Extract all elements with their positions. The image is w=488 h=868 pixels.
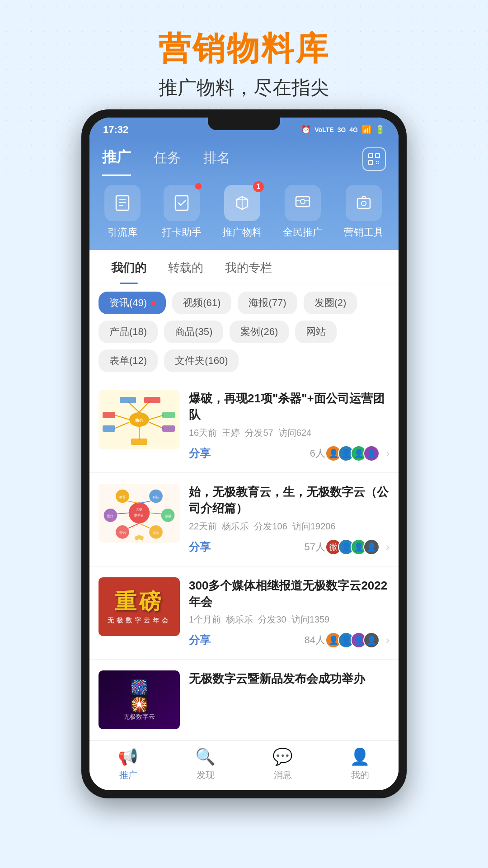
user-avatars-1: 👤 👤 👤 👤 — [329, 445, 380, 462]
thumb-fireworks-content: 🎆 🎇 无极数字云 — [123, 679, 155, 721]
content-info-4: 无极数字云暨新品发布会成功举办 — [189, 670, 389, 729]
filter-product[interactable]: 产品(18) — [99, 321, 158, 343]
svg-text:无极: 无极 — [136, 507, 142, 511]
user-avatars-2: 微 👤 👤 👤 — [329, 539, 380, 555]
icon-tuiguang[interactable]: 1 推广物料 — [222, 185, 262, 239]
profile-nav-icon: 👤 — [350, 747, 370, 766]
svg-text:数字云: 数字云 — [135, 513, 144, 517]
content-title-1: 爆破，再现21项"杀器"+面公司运营团队 — [189, 390, 389, 423]
filter-website[interactable]: 网站 — [295, 321, 337, 343]
share-users-3: 84人 👤 👤 👤 👤 › — [305, 632, 389, 648]
top-navigation: 推广 任务 排名 — [89, 139, 399, 176]
svg-rect-18 — [357, 198, 370, 208]
promo-subtitle: 推广物料，尽在指尖 — [0, 75, 488, 100]
icon-quanmin[interactable]: 全民推广 — [283, 185, 323, 239]
bottom-nav-message[interactable]: 💬 消息 — [272, 747, 293, 781]
svg-rect-14 — [296, 197, 310, 207]
share-btn-2[interactable]: 分享 — [189, 540, 211, 554]
nav-tab-ranking[interactable]: 排名 — [203, 149, 230, 175]
icon-daka[interactable]: 打卡助手 — [162, 185, 202, 239]
battery-icon: 🔋 — [375, 125, 385, 135]
chevron-icon-3: › — [386, 634, 389, 646]
scan-icon-button[interactable] — [362, 147, 386, 171]
icon-daka-label: 打卡助手 — [162, 226, 202, 239]
svg-rect-30 — [162, 425, 175, 432]
alarm-icon: ⏰ — [301, 125, 311, 135]
thumb-red-text: 重磅 无极数字云年会 — [108, 589, 171, 624]
discover-nav-icon: 🔍 — [195, 747, 216, 766]
nav-tab-tasks[interactable]: 任务 — [154, 149, 181, 175]
svg-rect-4 — [378, 161, 379, 162]
icon-quanmin-label: 全民推广 — [283, 226, 323, 239]
status-icons: ⏰ VoLTE 3G 4G 📶 🔋 — [301, 125, 385, 135]
content-item-1[interactable]: 核心 — [89, 379, 399, 473]
share-users-2: 57人 微 👤 👤 👤 › — [305, 539, 389, 555]
chevron-icon-2: › — [386, 541, 389, 553]
content-item-3[interactable]: 重磅 无极数字云年会 300多个媒体相继报道无极数字云2022年会 1个月前 杨… — [89, 566, 399, 660]
content-info-3: 300多个媒体相继报道无极数字云2022年会 1个月前 杨乐乐 分发30 访问1… — [189, 577, 389, 649]
share-btn-3[interactable]: 分享 — [189, 633, 211, 647]
bottom-nav-discover[interactable]: 🔍 发现 — [195, 747, 216, 781]
thumb-3: 重磅 无极数字云年会 — [99, 577, 180, 636]
share-btn-1[interactable]: 分享 — [189, 446, 211, 461]
bottom-navigation: 📢 推广 🔍 发现 💬 消息 👤 我的 — [89, 741, 399, 790]
bottom-nav-promote[interactable]: 📢 推广 — [118, 747, 138, 781]
chevron-icon-1: › — [386, 447, 389, 460]
thumb-4: 🎆 🎇 无极数字云 — [99, 670, 180, 729]
message-nav-label: 消息 — [274, 769, 292, 781]
volte-icon: VoLTE — [314, 126, 333, 133]
bottom-nav-profile[interactable]: 👤 我的 — [350, 747, 370, 781]
icon-yingxiao[interactable]: 营销工具 — [344, 185, 384, 239]
svg-rect-1 — [375, 154, 380, 158]
promote-nav-label: 推广 — [119, 769, 137, 781]
daka-dot-badge — [195, 183, 202, 189]
sub-tabs: 我们的 转载的 我的专栏 — [89, 250, 399, 284]
filter-moments[interactable]: 发圈(2) — [304, 292, 357, 314]
avatar-1-4: 👤 — [363, 445, 380, 462]
user-count-3: 84人 — [305, 633, 325, 647]
user-count-2: 57人 — [305, 540, 325, 554]
svg-text:核心: 核心 — [135, 418, 144, 423]
icon-yiliu[interactable]: 引流库 — [104, 185, 141, 239]
nav-tab-promote[interactable]: 推广 — [102, 147, 131, 176]
content-title-3: 300多个媒体相继报道无极数字云2022年会 — [189, 577, 389, 610]
4g-icon: 4G — [349, 126, 358, 133]
filter-form[interactable]: 表单(12) — [99, 349, 158, 372]
svg-rect-11 — [175, 196, 188, 210]
svg-text:科技: 科技 — [153, 495, 159, 499]
svg-rect-36 — [131, 439, 147, 445]
promo-header: 营销物料库 推广物料，尽在指尖 — [0, 0, 488, 109]
user-avatars-3: 👤 👤 👤 👤 — [329, 632, 380, 648]
svg-rect-3 — [376, 161, 377, 162]
filter-case[interactable]: 案例(26) — [230, 321, 289, 343]
filter-folder[interactable]: 文件夹(160) — [164, 349, 239, 372]
sub-tab-mycolumn[interactable]: 我的专栏 — [214, 250, 283, 284]
svg-rect-32 — [103, 412, 115, 418]
content-title-2: 始，无极教育云，生，无极数字云（公司介绍篇） — [189, 484, 389, 517]
icon-yingxiao-label: 营销工具 — [344, 226, 384, 239]
content-meta-1: 16天前 王婷 分发57 访问624 — [189, 427, 389, 439]
nav-tabs: 推广 任务 排名 — [102, 147, 386, 176]
filter-poster[interactable]: 海报(77) — [238, 292, 297, 314]
icon-grid: 引流库 打卡助手 1 — [89, 176, 399, 250]
content-meta-3: 1个月前 杨乐乐 分发30 访问1359 — [189, 613, 389, 626]
filter-goods[interactable]: 商品(35) — [164, 321, 223, 343]
icon-yiliu-box — [104, 185, 141, 221]
content-info-1: 爆破，再现21项"杀器"+面公司运营团队 16天前 王婷 分发57 访问624 … — [189, 390, 389, 462]
svg-text:医疗: 医疗 — [107, 514, 113, 518]
sub-tab-reprinted[interactable]: 转载的 — [157, 250, 214, 284]
filter-news[interactable]: 资讯(49) — [99, 292, 166, 314]
sub-tab-ours[interactable]: 我们的 — [100, 250, 157, 284]
notch — [208, 118, 280, 130]
content-item-2[interactable]: 无极 数字云 教育 科技 金融 医疗 营销 — [89, 473, 399, 566]
svg-point-19 — [361, 201, 366, 206]
promote-nav-icon: 📢 — [118, 747, 138, 766]
svg-text:教育: 教育 — [119, 495, 126, 499]
avatar-3-4: 👤 — [363, 632, 380, 648]
content-title-4: 无极数字云暨新品发布会成功举办 — [189, 670, 389, 687]
content-item-4[interactable]: 🎆 🎇 无极数字云 无极数字云暨新品发布会成功举办 — [89, 660, 399, 741]
filter-video[interactable]: 视频(61) — [172, 292, 231, 314]
avatar-2-4: 👤 — [363, 539, 380, 555]
3g-icon: 3G — [338, 126, 346, 133]
tuiguang-badge: 1 — [253, 181, 264, 192]
